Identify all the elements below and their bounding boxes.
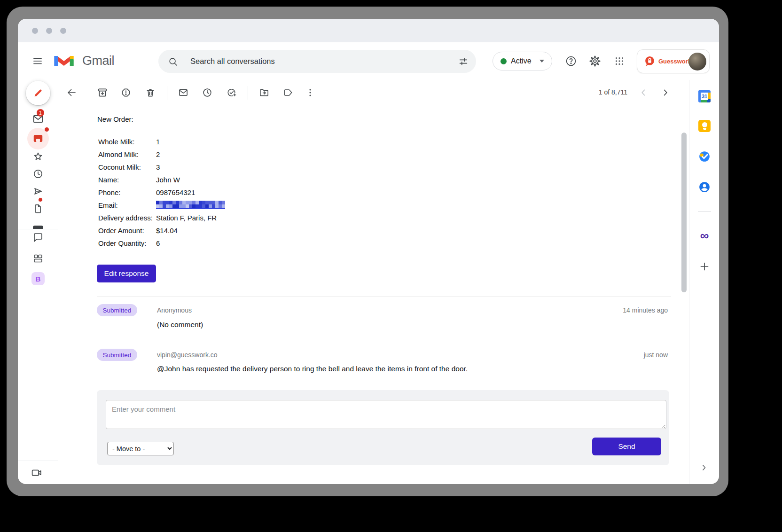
field-value: Station F, Paris, FR [156, 213, 217, 223]
move-to-button[interactable] [259, 87, 270, 98]
order-field-row: Coconut Milk:3 [98, 163, 141, 172]
get-addons-button[interactable] [699, 261, 710, 272]
help-icon [565, 55, 577, 67]
label-tag-icon [283, 87, 294, 98]
gmail-header: Gmail Search all conversations Active [18, 42, 719, 80]
comment-body: (No comment) [157, 321, 203, 329]
field-label: Coconut Milk: [98, 163, 141, 171]
folder-move-icon [259, 87, 270, 98]
comment-form: - Move to - Send [97, 390, 669, 465]
envelope-icon [178, 87, 189, 98]
edit-response-button[interactable]: Edit response [97, 265, 156, 282]
search-input[interactable]: Search all conversations [190, 57, 458, 66]
chevron-right-icon [660, 87, 671, 98]
move-to-select[interactable]: - Move to - [107, 442, 174, 455]
back-button[interactable] [66, 87, 77, 98]
report-octagon-icon [121, 87, 132, 98]
field-value: 0987654321 [156, 188, 195, 197]
sidebar-item-snoozed[interactable] [32, 168, 44, 180]
sidebar-item-keep[interactable] [698, 120, 711, 132]
star-icon [32, 151, 44, 163]
sidebar-item-addon[interactable]: ∞ [700, 229, 709, 242]
window-frame: Gmail Search all conversations Active [7, 7, 728, 496]
collapse-side-panel-button[interactable] [699, 463, 709, 472]
field-value: 3 [156, 163, 160, 172]
main-menu-button[interactable] [32, 55, 43, 67]
notification-dot [45, 127, 49, 132]
avatar[interactable] [688, 53, 706, 70]
gmail-logo-icon [54, 53, 74, 69]
field-value: 6 [156, 239, 160, 248]
calendar-icon: 31 [698, 90, 711, 102]
field-value: $14.04 [156, 226, 178, 235]
more-options-button[interactable] [305, 87, 315, 98]
sidebar-item-inbox[interactable]: 1 [32, 113, 44, 125]
sidebar-item-calendar[interactable]: 31 [698, 90, 711, 102]
email-content: New Order: Whole Milk:1 Almond Milk:2 Co… [58, 106, 689, 484]
toolbar-separator [248, 86, 248, 100]
window-close-button[interactable] [32, 28, 38, 34]
comment-author: Anonymous [157, 306, 192, 314]
comment-author: vipin@guesswork.co [157, 351, 218, 359]
sidebar-item-chat[interactable] [32, 232, 44, 243]
sidebar-item-starred[interactable] [32, 151, 44, 163]
order-field-row: Whole Milk:1 [98, 137, 135, 147]
search-options-icon[interactable] [458, 56, 469, 67]
sidebar-item-meet[interactable] [31, 467, 43, 479]
browser-window: Gmail Search all conversations Active [18, 19, 719, 484]
window-minimize-button[interactable] [46, 28, 52, 34]
guesswork-account-badge[interactable]: Guesswork [637, 49, 710, 73]
window-zoom-button[interactable] [60, 28, 66, 34]
snooze-clock-icon [202, 87, 213, 98]
sidebar-item-drafts[interactable] [32, 203, 44, 214]
email-redacted-pixelation [156, 201, 225, 209]
newer-conversation-button[interactable] [638, 87, 649, 98]
conversation-pane: 1 of 8,711 New Order: Whole Milk:1 Almon… [58, 80, 689, 484]
compose-button[interactable] [26, 81, 50, 105]
scrolled-folder-icon [33, 226, 43, 229]
settings-button[interactable] [589, 55, 601, 67]
comment-timestamp: just now [644, 351, 668, 359]
search-bar[interactable]: Search all conversations [158, 50, 476, 73]
sidebar-item-label-b[interactable]: B [31, 272, 45, 285]
sidebar-item-guesswork-inbox-selected[interactable] [27, 128, 49, 149]
mark-unread-button[interactable] [178, 87, 189, 98]
help-button[interactable] [565, 55, 577, 67]
google-apps-button[interactable] [614, 56, 625, 66]
scrollbar-thumb[interactable] [681, 133, 687, 292]
spaces-icon [32, 253, 44, 264]
document-icon [32, 203, 44, 214]
sidebar-item-spaces[interactable] [32, 253, 44, 264]
status-badge: Submitted [97, 349, 137, 361]
availability-dropdown[interactable]: Active [493, 52, 552, 70]
field-label: Phone: [98, 188, 121, 196]
field-value: 1 [156, 137, 160, 147]
clock-icon [32, 168, 44, 180]
keep-icon [698, 120, 711, 132]
add-to-tasks-button[interactable] [227, 87, 237, 98]
order-field-row: Name:John W [98, 175, 119, 185]
drafts-notification-dot [38, 197, 43, 202]
apps-grid-icon [614, 56, 625, 66]
field-label: Almond Milk: [98, 150, 139, 158]
archive-button[interactable] [97, 87, 108, 98]
field-value: John W [156, 175, 180, 185]
active-status-dot [500, 58, 507, 64]
snooze-button[interactable] [202, 87, 213, 98]
screenshot-stage: Gmail Search all conversations Active [0, 0, 782, 532]
send-button[interactable]: Send [592, 438, 661, 455]
back-arrow-icon [66, 87, 77, 98]
labels-button[interactable] [283, 87, 294, 98]
comment-input[interactable] [106, 400, 666, 429]
older-conversation-button[interactable] [660, 87, 671, 98]
guesswork-inbox-icon [32, 133, 44, 145]
sidebar-item-contacts[interactable] [698, 181, 711, 193]
comments-divider [97, 297, 671, 297]
report-spam-button[interactable] [121, 87, 132, 98]
comment-body: @John has requested the delivery person … [157, 365, 468, 373]
left-sidebar: 1 [18, 80, 58, 484]
sidebar-item-tasks[interactable] [698, 150, 711, 163]
delete-button[interactable] [145, 87, 156, 98]
send-icon [32, 186, 44, 197]
sidebar-item-sent[interactable] [32, 186, 44, 197]
